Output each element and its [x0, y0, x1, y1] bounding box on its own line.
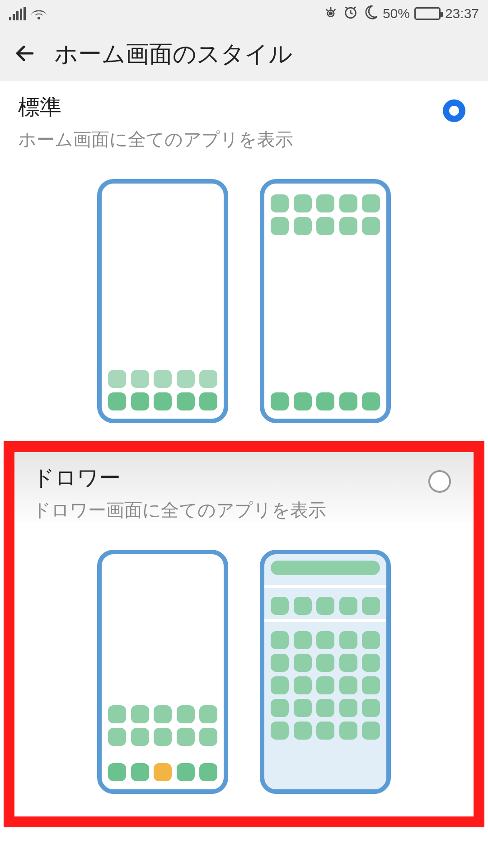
preview-phone [97, 550, 228, 794]
battery-percent: 50% [383, 6, 410, 21]
preview-phone-drawer [260, 550, 391, 794]
drawer-search-bar-icon [271, 561, 380, 575]
page-title: ホーム画面のスタイル [54, 38, 292, 70]
clock: 23:37 [445, 6, 479, 21]
back-button[interactable] [14, 42, 36, 66]
eye-comfort-icon [323, 5, 338, 23]
option-standard[interactable]: 標準 ホーム画面に全てのアプリを表示 [0, 81, 488, 152]
do-not-disturb-icon [363, 5, 378, 23]
app-header: ホーム画面のスタイル [0, 27, 488, 81]
option-drawer[interactable]: ドロワー ドロワー画面に全てのアプリを表示 [14, 452, 474, 523]
option-subtitle: ホーム画面に全てのアプリを表示 [18, 127, 470, 152]
option-title: 標準 [18, 93, 470, 122]
signal-icon [9, 7, 26, 20]
option-subtitle: ドロワー画面に全てのアプリを表示 [33, 498, 455, 523]
preview-standard [0, 152, 488, 441]
radio-drawer[interactable] [428, 470, 451, 493]
option-title: ドロワー [33, 463, 455, 492]
status-bar: 50% 23:37 [0, 0, 488, 27]
radio-standard[interactable] [443, 99, 465, 122]
battery-icon [414, 7, 441, 20]
svg-point-1 [329, 12, 332, 15]
preview-drawer [14, 523, 474, 812]
highlight-box: ドロワー ドロワー画面に全てのアプリを表示 [4, 441, 484, 827]
alarm-icon [343, 5, 358, 23]
wifi-icon [31, 7, 47, 20]
preview-phone [97, 179, 228, 423]
preview-phone [260, 179, 391, 423]
